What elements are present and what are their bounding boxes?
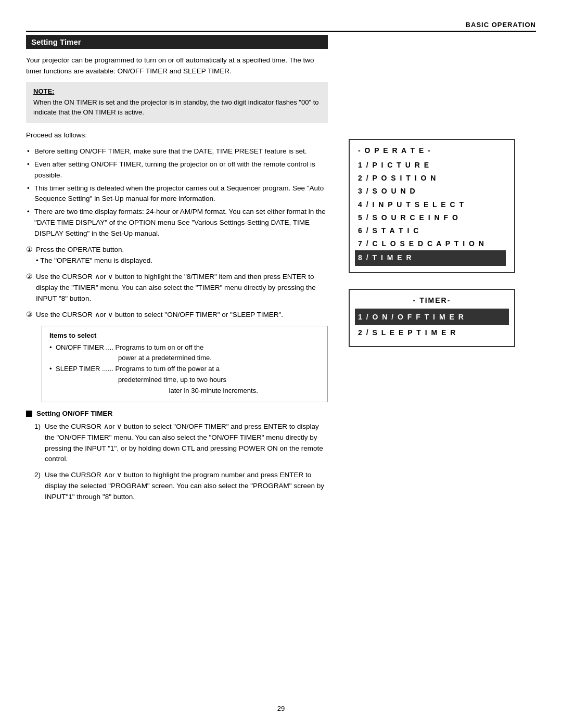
setting-onoff-heading: Setting ON/OFF TIMER — [26, 410, 328, 417]
operate-menu-header: - O P E R A T E - — [358, 146, 506, 155]
step-2-content: Use the CURSOR ∧or ∨ button to highlight… — [36, 272, 328, 304]
step-3: ③ Use the CURSOR ∧or ∨ button to select … — [26, 310, 328, 321]
step-2: ② Use the CURSOR ∧or ∨ button to highlig… — [26, 272, 328, 304]
setting-step-1-num: 1) — [34, 422, 41, 432]
items-box-list: ON/OFF TIMER .... Programs to turn on or… — [49, 342, 320, 397]
header-bar: BASIC OPERATION — [26, 21, 536, 32]
step-2-num: ② — [26, 272, 33, 283]
operate-menu-item-6: 6 / S T A T I C — [358, 224, 506, 237]
note-text: When the ON TIMER is set and the project… — [33, 97, 321, 118]
setting-step-2-num: 2) — [34, 470, 41, 481]
step-1-num: ① — [26, 245, 33, 256]
operate-menu-item-2: 2 / P O S I T I O N — [358, 172, 506, 185]
operate-menu-item-7: 7 / C L O S E D C A P T I O N — [358, 237, 506, 250]
proceed-label: Proceed as follows: — [26, 130, 328, 141]
black-square-icon — [26, 411, 32, 417]
setting-step-2: 2) Use the CURSOR ∧or ∨ button to highli… — [34, 470, 328, 503]
operate-menu-item-3: 3 / S O U N D — [358, 185, 506, 198]
step-3-text: Use the CURSOR ∧or ∨ button to select "O… — [36, 311, 283, 318]
step-1-content: Press the OPERATE button. • The "OPERATE… — [36, 245, 152, 266]
header-title: BASIC OPERATION — [466, 21, 536, 29]
items-box-item-2: SLEEP TIMER ...... Programs to turn off … — [49, 364, 320, 396]
setting-onoff-label: Setting ON/OFF TIMER — [36, 410, 112, 417]
note-label: NOTE: — [33, 87, 321, 95]
bullet-item: There are two time display formats: 24-h… — [26, 207, 328, 239]
page-container: BASIC OPERATION Setting Timer Your proje… — [0, 0, 562, 728]
section-title: Setting Timer — [26, 35, 328, 49]
operate-menu-box: - O P E R A T E - 1 / P I C T U R E 2 / … — [349, 139, 515, 273]
step-3-content: Use the CURSOR ∧or ∨ button to select "O… — [36, 310, 283, 321]
timer-menu-item-1: 1 / O N / O F F T I M E R — [355, 309, 509, 325]
timer-menu-item-2: 2 / S L E E P T I M E R — [358, 325, 506, 340]
page-number: 29 — [277, 705, 285, 712]
items-box-title: Items to select — [49, 331, 320, 339]
step-1: ① Press the OPERATE button. • The "OPERA… — [26, 245, 328, 266]
timer-menu-inner: - TIMER- 1 / O N / O F F T I M E R 2 / S… — [350, 290, 514, 346]
setting-step-1: 1) Use the CURSOR ∧or ∨ button to select… — [34, 422, 328, 465]
step-3-num: ③ — [26, 310, 33, 321]
timer-menu-header: - TIMER- — [358, 296, 506, 304]
setting-onoff-list: 1) Use the CURSOR ∧or ∨ button to select… — [34, 422, 328, 503]
operate-menu-item-5: 5 / S O U R C E I N F O — [358, 211, 506, 224]
operate-menu-item-1: 1 / P I C T U R E — [358, 159, 506, 172]
items-box: Items to select ON/OFF TIMER .... Progra… — [42, 326, 328, 402]
bullet-item: Before setting ON/OFF TIMER, make sure t… — [26, 146, 328, 157]
intro-text: Your projector can be programmed to turn… — [26, 55, 328, 77]
operate-menu-item-4: 4 / I N P U T S E L E C T — [358, 198, 506, 211]
left-column: Setting Timer Your projector can be prog… — [26, 35, 328, 508]
step-2-text: Use the CURSOR ∧or ∨ button to highlight… — [36, 273, 316, 302]
timer-menu-box: - TIMER- 1 / O N / O F F T I M E R 2 / S… — [349, 289, 515, 347]
operate-menu-inner: - O P E R A T E - 1 / P I C T U R E 2 / … — [350, 140, 514, 272]
bullet-item: This timer setting is defeated when the … — [26, 183, 328, 205]
right-column: - O P E R A T E - 1 / P I C T U R E 2 / … — [349, 35, 515, 508]
items-box-item-1: ON/OFF TIMER .... Programs to turn on or… — [49, 342, 320, 364]
items-box-item-1-indent: power at a predetermined time. — [56, 353, 320, 364]
bullet-item: Even after setting ON/OFF TIMER, turning… — [26, 159, 328, 181]
note-box: NOTE: When the ON TIMER is set and the p… — [26, 82, 328, 123]
items-box-item-2-indent: predetermined time, up to two hours late… — [56, 375, 320, 397]
main-layout: Setting Timer Your projector can be prog… — [26, 35, 536, 508]
operate-menu-item-8: 8 / T I M E R — [355, 250, 506, 265]
step-1-sub: • The "OPERATE" menu is displayed. — [36, 257, 152, 264]
bullet-list: Before setting ON/OFF TIMER, make sure t… — [26, 146, 328, 239]
step-1-text: Press the OPERATE button. — [36, 246, 124, 253]
